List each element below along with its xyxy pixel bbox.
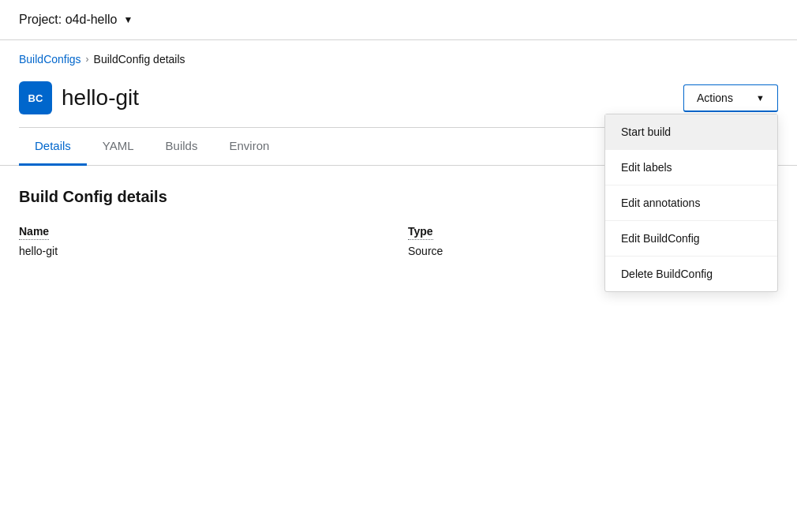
page-header: BC hello-git Actions ▼ Start build Edit …: [0, 72, 797, 127]
dropdown-item-edit-buildconfig[interactable]: Edit BuildConfig: [605, 221, 777, 257]
actions-chevron-icon: ▼: [756, 93, 765, 103]
tab-details[interactable]: Details: [19, 128, 87, 166]
dropdown-item-edit-annotations[interactable]: Edit annotations: [605, 185, 777, 221]
page-wrapper: Project: o4d-hello ▼ BuildConfigs › Buil…: [0, 0, 797, 532]
dropdown-item-delete-buildconfig[interactable]: Delete BuildConfig: [605, 257, 777, 291]
field-name-value: hello-git: [19, 245, 389, 257]
project-chevron-icon: ▼: [124, 14, 133, 25]
page-title-area: BC hello-git: [19, 81, 139, 114]
breadcrumb-separator: ›: [86, 54, 89, 65]
field-name-label: Name: [19, 225, 49, 240]
project-selector[interactable]: Project: o4d-hello ▼: [19, 13, 133, 27]
field-type-label: Type: [408, 225, 433, 240]
breadcrumb-current: BuildConfig details: [94, 53, 185, 66]
dropdown-item-start-build[interactable]: Start build: [605, 114, 777, 150]
dropdown-item-edit-labels[interactable]: Edit labels: [605, 150, 777, 185]
bc-badge: BC: [19, 81, 52, 114]
breadcrumb: BuildConfigs › BuildConfig details: [0, 40, 797, 72]
tab-builds[interactable]: Builds: [150, 128, 214, 166]
top-bar: Project: o4d-hello ▼: [0, 0, 797, 40]
page-title: hello-git: [62, 85, 139, 111]
actions-button[interactable]: Actions ▼: [683, 84, 778, 112]
actions-button-label: Actions: [697, 92, 733, 104]
project-label: Project: o4d-hello: [19, 13, 118, 27]
tab-environ[interactable]: Environ: [213, 128, 285, 166]
actions-dropdown-menu: Start build Edit labels Edit annotations…: [604, 114, 778, 292]
actions-wrapper: Actions ▼ Start build Edit labels Edit a…: [683, 84, 778, 112]
tab-yaml[interactable]: YAML: [87, 128, 150, 166]
field-name: Name hello-git: [19, 225, 389, 257]
breadcrumb-link-buildconfigs[interactable]: BuildConfigs: [19, 53, 81, 66]
